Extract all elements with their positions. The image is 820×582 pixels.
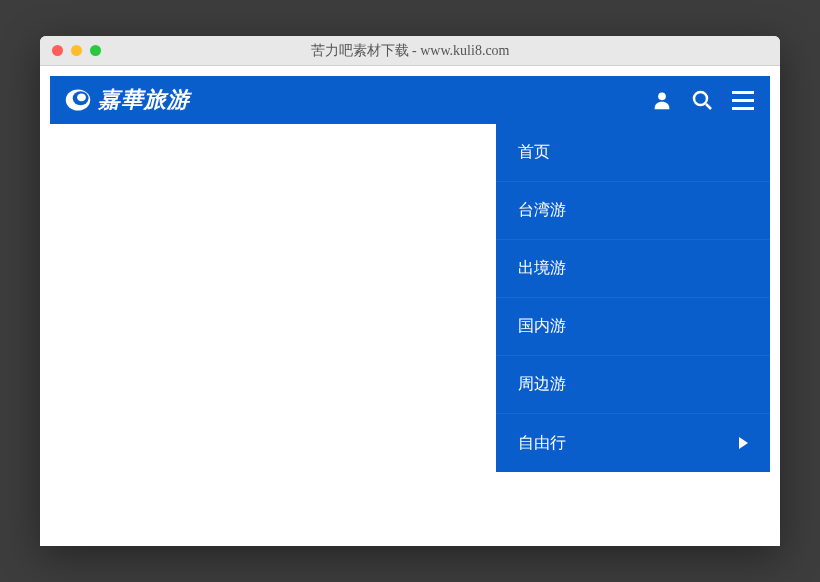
header-actions — [650, 76, 756, 124]
close-window-button[interactable] — [52, 45, 63, 56]
brand-logo[interactable]: 嘉華旅游 — [64, 85, 190, 115]
maximize-window-button[interactable] — [90, 45, 101, 56]
browser-window: 苦力吧素材下载 - www.kuli8.com 嘉華旅游 — [40, 36, 780, 546]
menu-item-outbound[interactable]: 出境游 — [496, 240, 770, 298]
user-icon[interactable] — [650, 88, 674, 112]
menu-item-nearby[interactable]: 周边游 — [496, 356, 770, 414]
menu-item-label: 周边游 — [518, 374, 566, 395]
window-title: 苦力吧素材下载 - www.kuli8.com — [40, 42, 780, 60]
chevron-right-icon — [739, 437, 748, 449]
svg-point-2 — [77, 93, 86, 101]
window-controls — [52, 45, 101, 56]
menu-item-label: 国内游 — [518, 316, 566, 337]
svg-point-4 — [694, 92, 707, 105]
menu-item-label: 自由行 — [518, 433, 566, 454]
menu-item-taiwan[interactable]: 台湾游 — [496, 182, 770, 240]
menu-item-label: 台湾游 — [518, 200, 566, 221]
menu-item-free[interactable]: 自由行 — [496, 414, 770, 472]
nav-dropdown: 首页 台湾游 出境游 国内游 周边游 自由行 — [496, 124, 770, 472]
brand-name: 嘉華旅游 — [98, 85, 190, 115]
minimize-window-button[interactable] — [71, 45, 82, 56]
page-content: 嘉華旅游 — [40, 66, 780, 546]
menu-item-label: 出境游 — [518, 258, 566, 279]
window-titlebar: 苦力吧素材下载 - www.kuli8.com — [40, 36, 780, 66]
menu-item-domestic[interactable]: 国内游 — [496, 298, 770, 356]
site-header: 嘉華旅游 — [50, 76, 770, 124]
menu-item-label: 首页 — [518, 142, 550, 163]
globe-logo-icon — [64, 86, 92, 114]
hamburger-menu-icon[interactable] — [730, 76, 756, 124]
menu-item-home[interactable]: 首页 — [496, 124, 770, 182]
search-icon[interactable] — [690, 88, 714, 112]
svg-line-5 — [706, 104, 711, 109]
svg-point-3 — [658, 92, 666, 100]
